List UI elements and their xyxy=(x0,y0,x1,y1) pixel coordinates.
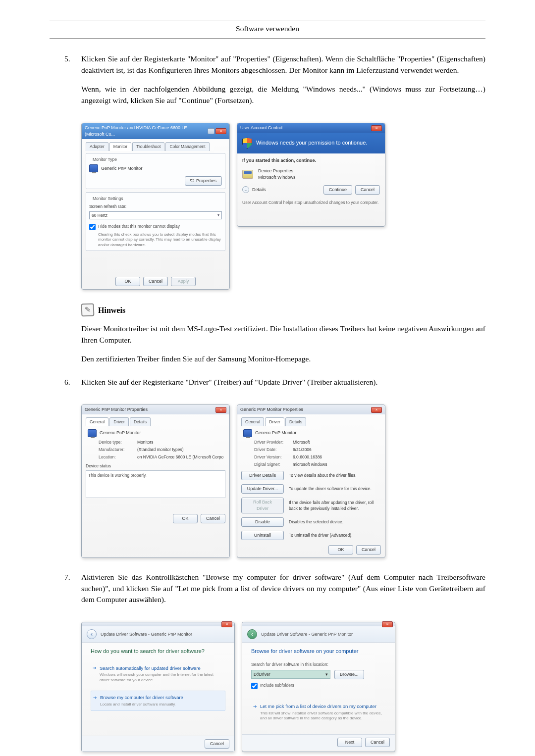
cancel-button[interactable]: Cancel xyxy=(201,514,225,523)
ok-button[interactable]: OK xyxy=(115,277,140,286)
ok-button[interactable]: OK xyxy=(328,545,353,554)
search-location-label: Search for driver software in this locat… xyxy=(251,661,386,667)
tab-adapter[interactable]: Adapter xyxy=(86,142,108,151)
step-6-number: 6. xyxy=(64,377,81,396)
include-subfolders-checkbox[interactable] xyxy=(251,683,258,689)
option-pick-from-list[interactable]: Let me pick from a list of device driver… xyxy=(251,700,386,724)
back-icon[interactable]: ‹ xyxy=(87,629,97,639)
note-icon: ✎ xyxy=(81,303,95,317)
tab-driver[interactable]: Driver xyxy=(265,417,284,426)
tab-monitor[interactable]: Monitor xyxy=(109,142,131,151)
monitor-driver-window: Generic PnP Monitor Properties × General… xyxy=(237,404,385,558)
monitor-general-window: Generic PnP Monitor Properties × General… xyxy=(81,404,230,558)
apply-button[interactable]: Apply xyxy=(171,277,196,286)
group-monitor-settings: Monitor Settings xyxy=(91,196,124,202)
screenshot-row-3: × ‹ Update Driver Software - Generic PnP… xyxy=(81,622,485,752)
option-browse-computer[interactable]: Browse my computer for driver software L… xyxy=(91,691,225,710)
screenshot-row-2: Generic PnP Monitor Properties × General… xyxy=(81,404,485,558)
wizard-heading: Browse for driver software on your compu… xyxy=(251,648,386,655)
close-icon[interactable]: × xyxy=(215,407,226,413)
ok-button[interactable]: OK xyxy=(173,514,198,523)
update-driver-button[interactable]: Update Driver... xyxy=(241,484,284,494)
cancel-button[interactable]: Cancel xyxy=(143,277,168,286)
close-icon[interactable]: × xyxy=(371,407,382,413)
uac-publisher: Microsoft Windows xyxy=(258,174,296,181)
program-icon xyxy=(242,170,253,179)
update-driver-wizard-1: × ‹ Update Driver Software - Generic PnP… xyxy=(81,622,235,752)
path-combobox[interactable]: D:\Driver▾ xyxy=(251,670,330,679)
update-driver-wizard-2: × ‹ Update Driver Software - Generic PnP… xyxy=(242,622,395,752)
close-icon[interactable]: × xyxy=(382,621,393,627)
monitor-name: Generic PnP Monitor xyxy=(101,165,142,172)
tab-driver[interactable]: Driver xyxy=(109,417,129,426)
note-title: Hinweis xyxy=(98,304,125,316)
disable-button[interactable]: Disable xyxy=(241,517,284,527)
tab-general[interactable]: General xyxy=(241,417,264,426)
close-icon[interactable]: × xyxy=(371,125,382,131)
monitor-name: Generic PnP Monitor xyxy=(100,430,141,436)
minimize-icon[interactable] xyxy=(208,128,214,134)
window-title: Generic PnP Monitor and NVIDIA GeForce 6… xyxy=(85,125,208,138)
refresh-rate-select[interactable]: 60 Hertz▾ xyxy=(89,211,222,219)
cancel-button[interactable]: Cancel xyxy=(356,545,381,554)
next-button[interactable]: Next xyxy=(337,738,362,747)
tab-color-management[interactable]: Color Management xyxy=(165,142,209,151)
arrow-icon xyxy=(93,694,97,701)
step-5-text-2: Wenn, wie in der nachfolgenden Abbildung… xyxy=(81,84,485,106)
cancel-button[interactable]: Cancel xyxy=(365,738,390,747)
step-5: 5. Klicken Sie auf der Registerkarte "Mo… xyxy=(64,53,485,114)
wizard-heading: How do you want to search for driver sof… xyxy=(91,648,225,655)
arrow-icon xyxy=(253,703,257,710)
hide-modes-checkbox[interactable] xyxy=(89,224,96,230)
group-monitor-type: Monitor Type xyxy=(91,156,118,162)
note-text-1: Dieser Monitortreiber ist mit dem MS-Log… xyxy=(81,323,485,346)
uninstall-button[interactable]: Uninstall xyxy=(241,531,284,540)
arrow-icon xyxy=(93,664,97,671)
refresh-rate-label: Screen refresh rate: xyxy=(89,203,222,209)
device-status-box: This device is working properly. xyxy=(86,470,225,498)
chevron-down-icon: ⌄ xyxy=(242,186,249,193)
close-icon[interactable]: × xyxy=(221,621,232,627)
uac-headline: Windows needs your permission to contion… xyxy=(256,139,367,147)
driver-details-button[interactable]: Driver Details xyxy=(241,471,284,480)
hide-modes-desc: Clearing this check box allows you to se… xyxy=(98,232,222,248)
uac-footer-note: User Account Control helps stop unauthor… xyxy=(242,200,380,205)
window-title: Generic PnP Monitor Properties xyxy=(240,406,303,413)
rollback-driver-button[interactable]: Roll Back Driver xyxy=(241,498,284,513)
uac-if-started: If you started this action, continue. xyxy=(242,157,380,164)
window-title: User Account Control xyxy=(240,125,282,131)
note-text-2: Den zertifizierten Treiber finden Sie au… xyxy=(81,353,485,364)
include-subfolders-label: Include subfolders xyxy=(260,682,294,688)
properties-button[interactable]: 🛡 Properties xyxy=(185,176,222,186)
step-6-text: Klicken Sie auf der Registerkarte "Drive… xyxy=(81,377,485,388)
back-icon[interactable]: ‹ xyxy=(247,629,257,639)
monitor-icon xyxy=(89,164,98,172)
details-toggle[interactable]: ⌄ Details xyxy=(242,186,266,193)
hide-modes-label: Hide modes that this monitor cannot disp… xyxy=(98,223,180,229)
cancel-button[interactable]: Cancel xyxy=(205,739,229,749)
option-auto-search[interactable]: Search automatically for updated driver … xyxy=(91,661,225,686)
tab-general[interactable]: General xyxy=(86,417,108,426)
tab-troubleshoot[interactable]: Troubleshoot xyxy=(132,142,164,151)
chevron-down-icon: ▾ xyxy=(325,671,328,677)
window-title: Generic PnP Monitor Properties xyxy=(85,406,148,413)
chevron-down-icon: ▾ xyxy=(217,212,219,218)
note-block: ✎ Hinweis Dieser Monitortreiber ist mit … xyxy=(81,303,485,364)
step-7-text: Aktivieren Sie das Kontrollkästchen "Bro… xyxy=(81,572,485,605)
browse-button[interactable]: Browse... xyxy=(334,670,364,679)
step-6: 6. Klicken Sie auf der Registerkarte "Dr… xyxy=(64,377,485,396)
continue-button[interactable]: Continue xyxy=(323,185,352,195)
page-title: Software verwenden xyxy=(50,23,485,38)
breadcrumb: Update Driver Software - Generic PnP Mon… xyxy=(101,631,192,638)
step-7: 7. Aktivieren Sie das Kontrollkästchen "… xyxy=(64,572,485,613)
close-icon[interactable]: × xyxy=(215,128,226,134)
step-5-number: 5. xyxy=(64,53,81,114)
monitor-name: Generic PnP Monitor xyxy=(255,430,296,436)
monitor-icon xyxy=(243,429,252,437)
screenshot-row-1: Generic PnP Monitor and NVIDIA GeForce 6… xyxy=(81,123,485,290)
tab-details[interactable]: Details xyxy=(285,417,306,426)
tab-details[interactable]: Details xyxy=(130,417,151,426)
step-7-number: 7. xyxy=(64,572,81,613)
cancel-button[interactable]: Cancel xyxy=(355,185,380,195)
uac-window: User Account Control × Windows needs you… xyxy=(237,123,385,227)
